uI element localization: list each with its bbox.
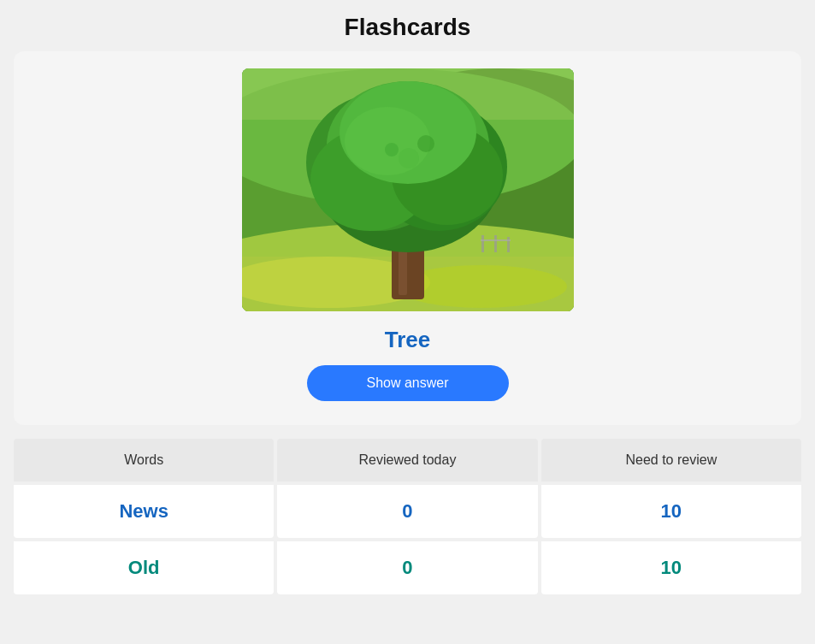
svg-point-27 [385,143,399,157]
flashcard-image-wrapper [242,68,574,311]
reviewed-old: 0 [277,541,537,594]
need-review-news: 10 [541,485,801,538]
flashcard-card: Tree Show answer [14,51,801,425]
svg-rect-25 [507,237,510,252]
stats-grid: Words Reviewed today Need to review News… [14,439,801,594]
header-words: Words [14,439,274,482]
page-title: Flashcards [0,0,815,51]
flashcard-word: Tree [385,327,431,353]
need-review-old: 10 [541,541,801,594]
svg-rect-26 [481,239,511,241]
reviewed-news: 0 [277,485,537,538]
show-answer-button[interactable]: Show answer [307,365,509,401]
header-reviewed-today: Reviewed today [277,439,537,482]
svg-point-22 [345,107,430,175]
svg-point-28 [417,135,434,152]
svg-rect-24 [494,235,497,252]
header-need-to-review: Need to review [541,439,801,482]
svg-rect-23 [481,235,484,252]
svg-point-29 [399,148,419,168]
flashcard-image [242,68,574,311]
word-old[interactable]: Old [14,541,274,594]
word-news[interactable]: News [14,485,274,538]
